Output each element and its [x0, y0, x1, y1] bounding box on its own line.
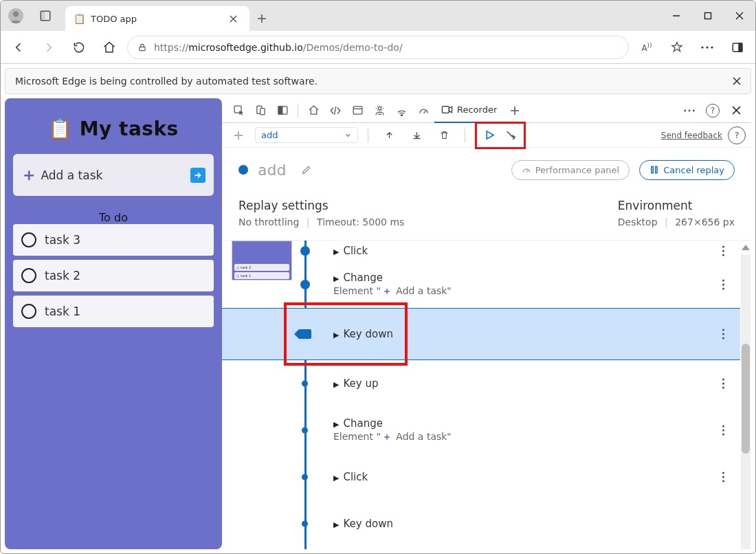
- step-label: Key up: [343, 377, 378, 390]
- workspaces-button[interactable]: [31, 1, 60, 31]
- maximize-button[interactable]: [692, 1, 724, 31]
- tab-performance[interactable]: [412, 100, 434, 122]
- step-menu-button[interactable]: [722, 279, 725, 290]
- back-button[interactable]: [6, 35, 31, 60]
- import-button[interactable]: [378, 124, 400, 146]
- timeline-step[interactable]: ▶Click: [222, 454, 740, 500]
- timeline-step[interactable]: ▶Key down: [222, 308, 740, 360]
- cancel-replay-button[interactable]: Cancel replay: [639, 160, 735, 180]
- rename-button[interactable]: [296, 159, 318, 181]
- scroll-up-icon[interactable]: [742, 245, 750, 250]
- minimize-button[interactable]: [660, 1, 692, 31]
- plus-icon: +: [23, 166, 35, 184]
- read-aloud-button[interactable]: A)): [634, 35, 659, 60]
- new-tab-button[interactable]: [249, 6, 274, 31]
- timeline-step[interactable]: ▶Click: [222, 241, 740, 261]
- devtools-tabbar: Recorder ?: [222, 98, 751, 123]
- timeout-value[interactable]: Timeout: 5000 ms: [317, 217, 404, 228]
- expand-icon[interactable]: ▶: [333, 380, 339, 389]
- task-row[interactable]: task 2: [13, 260, 214, 291]
- profile-button[interactable]: [1, 1, 31, 31]
- scroll-thumb[interactable]: [742, 344, 750, 454]
- favorite-button[interactable]: [665, 35, 689, 60]
- throttling-value[interactable]: No throttling: [238, 217, 299, 228]
- close-window-button[interactable]: [724, 1, 755, 31]
- tab-close-icon[interactable]: [225, 10, 241, 27]
- browser-tab-active[interactable]: 📋 TODO app: [65, 6, 249, 31]
- task-label: task 3: [45, 233, 80, 247]
- timeline-scrollbar[interactable]: [740, 241, 751, 549]
- infobar-close-icon[interactable]: [730, 74, 744, 88]
- tab-elements[interactable]: [324, 100, 346, 122]
- recorder-help-button[interactable]: ?: [728, 126, 746, 144]
- svg-rect-2: [41, 11, 44, 21]
- svg-point-32: [722, 337, 724, 339]
- tab-sources[interactable]: [368, 100, 390, 122]
- new-recording-button[interactable]: [227, 124, 249, 146]
- step-menu-button[interactable]: [722, 329, 725, 340]
- address-bar[interactable]: https://microsoftedge.github.io/Demos/de…: [127, 36, 629, 59]
- step-menu-button[interactable]: [722, 472, 725, 483]
- expand-icon[interactable]: ▶: [333, 520, 339, 529]
- checkbox-icon[interactable]: [21, 268, 36, 283]
- replay-button[interactable]: [478, 124, 500, 146]
- dock-side-button[interactable]: [271, 100, 293, 122]
- recording-selector[interactable]: add: [255, 127, 358, 143]
- timeline-step[interactable]: ▶ChangeElement "＋ Add a task": [222, 261, 740, 308]
- clipboard-icon: 📋: [48, 118, 73, 140]
- environment-device[interactable]: Desktop: [618, 217, 658, 228]
- export-button[interactable]: [405, 124, 427, 146]
- expand-icon[interactable]: ▶: [333, 474, 339, 483]
- lock-icon: [137, 43, 147, 52]
- send-feedback-link[interactable]: Send feedback: [661, 131, 722, 140]
- step-detail: Element "＋ Add a task": [333, 285, 702, 298]
- step-menu-button[interactable]: [722, 425, 725, 436]
- tab-recorder[interactable]: Recorder: [434, 98, 504, 123]
- step-menu-button[interactable]: [722, 245, 725, 256]
- inspect-element-button[interactable]: [227, 100, 249, 122]
- environment-size[interactable]: 267×656 px: [675, 217, 735, 228]
- sidebar-toggle-button[interactable]: [725, 35, 750, 60]
- svg-point-24: [722, 245, 724, 247]
- checkbox-icon[interactable]: [21, 232, 36, 247]
- svg-point-37: [722, 429, 724, 431]
- checkbox-icon[interactable]: [21, 304, 36, 319]
- add-task-input[interactable]: + Add a task: [13, 154, 214, 196]
- tab-console[interactable]: [346, 100, 368, 122]
- expand-icon[interactable]: ▶: [333, 420, 339, 429]
- scroll-track[interactable]: [741, 254, 751, 549]
- home-button[interactable]: [97, 35, 122, 60]
- task-row[interactable]: task 1: [13, 296, 214, 327]
- devtools-more-button[interactable]: [678, 100, 700, 122]
- submit-task-button[interactable]: [190, 168, 205, 183]
- devtools-help-button[interactable]: ?: [702, 100, 724, 122]
- devtools-close-button[interactable]: [725, 100, 747, 122]
- tab-welcome[interactable]: [302, 100, 324, 122]
- expand-icon[interactable]: ▶: [333, 274, 339, 283]
- svg-point-36: [722, 425, 724, 427]
- svg-point-25: [722, 250, 724, 252]
- svg-point-35: [722, 386, 724, 388]
- page-title: 📋 My tasks: [13, 107, 214, 144]
- more-tabs-button[interactable]: [504, 100, 526, 122]
- step-menu-button[interactable]: [722, 378, 725, 389]
- performance-panel-button[interactable]: Performance panel: [511, 160, 630, 180]
- step-node-icon: [302, 474, 308, 480]
- delete-button[interactable]: [433, 124, 455, 146]
- task-row[interactable]: task 3: [13, 224, 214, 256]
- reload-button[interactable]: [67, 35, 91, 60]
- settings-menu-button[interactable]: [695, 35, 720, 60]
- svg-point-0: [13, 11, 19, 16]
- expand-icon[interactable]: ▶: [333, 247, 339, 256]
- svg-point-34: [722, 382, 724, 384]
- tab-network[interactable]: [390, 100, 412, 122]
- device-emulation-button[interactable]: [249, 100, 271, 122]
- svg-rect-23: [656, 166, 657, 173]
- forward-button[interactable]: [36, 35, 61, 60]
- timeline-step[interactable]: ▶Key down: [222, 500, 740, 547]
- timeline-step[interactable]: ▶ChangeElement "＋ Add a task": [222, 407, 740, 454]
- recorder-body: add Performance panel Cancel replay Repl…: [222, 148, 751, 549]
- timeline-step[interactable]: ▶Key up: [222, 360, 740, 407]
- step-button[interactable]: [500, 124, 522, 146]
- expand-icon[interactable]: ▶: [333, 331, 339, 340]
